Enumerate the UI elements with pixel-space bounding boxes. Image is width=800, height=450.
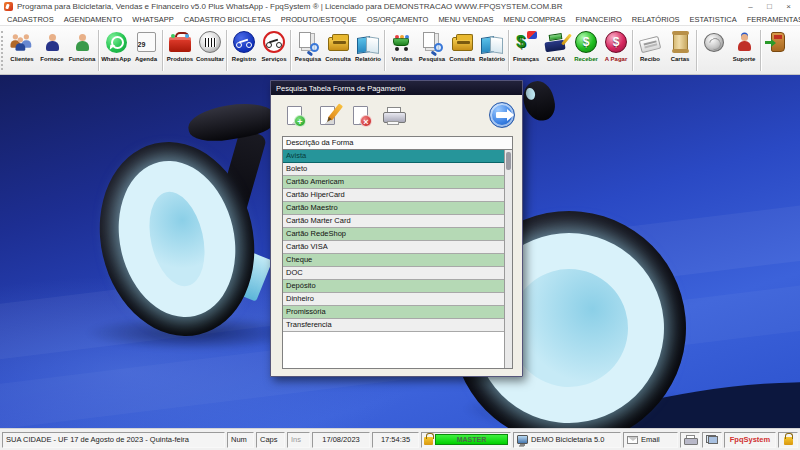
dialog-title: Pesquisa Tabela Forma de Pagamento xyxy=(276,84,406,93)
confirm-button[interactable] xyxy=(489,102,515,128)
drawer-icon xyxy=(452,37,473,51)
list-item[interactable]: Cartão VISA xyxy=(283,241,504,254)
list-item[interactable]: Boleto xyxy=(283,163,504,176)
support-icon xyxy=(736,33,752,52)
list-item[interactable]: Cartão Maestro xyxy=(283,202,504,215)
menu-estatistica[interactable]: ESTATISTICA xyxy=(685,15,742,24)
list-rows: Avista Boleto Cartão Americam Cartão Hip… xyxy=(283,150,504,368)
print-button[interactable] xyxy=(380,102,406,128)
list-item[interactable]: DOC xyxy=(283,267,504,280)
apagar-button[interactable]: $ A Pagar xyxy=(601,27,631,74)
toolbar-separator xyxy=(508,30,510,71)
menu-ferramentas[interactable]: FERRAMENTAS xyxy=(742,15,800,24)
relatorio-os-button[interactable]: Relatório xyxy=(353,27,383,74)
servicos-button[interactable]: Serviços xyxy=(259,27,289,74)
search-documents-icon xyxy=(297,31,319,53)
bike-registry-icon xyxy=(233,31,255,53)
status-security-button[interactable] xyxy=(778,432,798,448)
status-brand: FpqSystem xyxy=(724,432,776,448)
bike-service-icon xyxy=(263,31,285,53)
menu-whatsapp[interactable]: WHATSAPP xyxy=(127,15,179,24)
sair-button[interactable] xyxy=(763,27,793,74)
menu-os-orcamento[interactable]: OS/ORÇAMENTO xyxy=(362,15,434,24)
menu-cadastro-bicicletas[interactable]: CADASTRO BICICLETAS xyxy=(179,15,276,24)
moeda-button[interactable] xyxy=(699,27,729,74)
list-item[interactable]: Depósito xyxy=(283,280,504,293)
agenda-button[interactable]: 29 Agenda xyxy=(131,27,161,74)
dialog-title-bar[interactable]: Pesquisa Tabela Forma de Pagamento xyxy=(271,81,522,95)
fornecedor-button[interactable]: Fornece xyxy=(37,27,67,74)
consulta-os-button[interactable]: Consulta xyxy=(323,27,353,74)
minimize-button[interactable]: – xyxy=(741,1,760,13)
menu-cadastros[interactable]: CADASTROS xyxy=(2,15,59,24)
recibo-button[interactable]: Recibo xyxy=(635,27,665,74)
edit-record-button[interactable] xyxy=(314,102,340,128)
pesquisa-os-button[interactable]: Pesquisa xyxy=(293,27,323,74)
supplier-icon xyxy=(44,33,60,52)
consultar-button[interactable]: Consultar xyxy=(195,27,225,74)
finance-icon: $ xyxy=(515,31,537,53)
employee-icon xyxy=(74,33,90,52)
scrollbar-thumb[interactable] xyxy=(506,152,511,170)
payment-forms-list: Descrição da Forma Avista Boleto Cartão … xyxy=(282,136,513,369)
list-item[interactable]: Cartão Marter Card xyxy=(283,215,504,228)
window-title: Programa para Bicicletaria, Vendas e Fin… xyxy=(17,2,741,11)
plus-icon: + xyxy=(294,115,306,127)
delete-x-icon: × xyxy=(360,115,372,127)
clientes-button[interactable]: Clientes xyxy=(7,27,37,74)
arrow-right-icon xyxy=(496,112,508,118)
whatsapp-button[interactable]: WhatsApp xyxy=(101,27,131,74)
consulta-vendas-button[interactable]: Consulta xyxy=(447,27,477,74)
list-item[interactable]: Transferencia xyxy=(283,319,504,332)
letter-scroll-icon xyxy=(673,32,688,52)
menu-compras[interactable]: MENU COMPRAS xyxy=(498,15,570,24)
title-bar: Programa para Bicicletaria, Vendas e Fin… xyxy=(0,0,800,13)
produtos-button[interactable]: Produtos xyxy=(165,27,195,74)
list-item[interactable]: Cartão Americam xyxy=(283,176,504,189)
network-icon xyxy=(706,435,718,444)
menu-relatorios[interactable]: RELATÓRIOS xyxy=(627,15,685,24)
close-button[interactable]: × xyxy=(779,1,798,13)
list-item[interactable]: Cartão HiperCard xyxy=(283,189,504,202)
dialog-toolbar: + × xyxy=(281,101,515,129)
status-bar: SUA CIDADE - UF 17 de Agosto de 2023 - Q… xyxy=(0,428,800,450)
toolbar-separator xyxy=(696,30,698,71)
relatorio-vendas-button[interactable]: Relatório xyxy=(477,27,507,74)
status-date: 17/08/2023 xyxy=(312,432,370,448)
status-network-button[interactable] xyxy=(702,432,722,448)
menu-vendas[interactable]: MENU VENDAS xyxy=(433,15,498,24)
pesquisa-vendas-button[interactable]: Pesquisa xyxy=(417,27,447,74)
mail-icon xyxy=(627,436,638,444)
column-header: Descrição da Forma xyxy=(283,137,512,150)
report-book-icon xyxy=(481,35,503,52)
cartas-button[interactable]: Cartas xyxy=(665,27,695,74)
caixa-button[interactable]: CAIXA xyxy=(541,27,571,74)
status-email-button[interactable]: Email xyxy=(623,432,678,448)
add-record-button[interactable]: + xyxy=(281,102,307,128)
drawer-icon xyxy=(328,37,349,51)
vendas-button[interactable]: Vendas xyxy=(387,27,417,74)
master-badge: MASTER xyxy=(435,434,508,445)
printer-icon xyxy=(383,107,404,124)
delete-record-button[interactable]: × xyxy=(347,102,373,128)
suporte-button[interactable]: Suporte xyxy=(729,27,759,74)
funcionario-button[interactable]: Funciona xyxy=(67,27,97,74)
maximize-button[interactable]: □ xyxy=(760,1,779,13)
menu-produto-estoque[interactable]: PRODUTO/ESTOQUE xyxy=(276,15,362,24)
list-item-selected[interactable]: Avista xyxy=(283,150,504,163)
list-item[interactable]: Cheque xyxy=(283,254,504,267)
status-insert: Ins xyxy=(287,432,310,448)
status-print-button[interactable] xyxy=(680,432,700,448)
receber-button[interactable]: $ Receber xyxy=(571,27,601,74)
status-license: DEMO Bicicletaria 5.0 xyxy=(513,432,621,448)
registro-button[interactable]: Registro xyxy=(229,27,259,74)
printer-icon xyxy=(684,435,696,444)
list-scrollbar[interactable] xyxy=(504,150,512,368)
list-item[interactable]: Dinheiro xyxy=(283,293,504,306)
list-item[interactable]: Promissória xyxy=(283,306,504,319)
financas-button[interactable]: $ Finanças xyxy=(511,27,541,74)
status-caps-lock: Caps xyxy=(256,432,285,448)
list-item[interactable]: Cartão RedeShop xyxy=(283,228,504,241)
menu-financeiro[interactable]: FINANCEIRO xyxy=(570,15,626,24)
menu-agendamento[interactable]: AGENDAMENTO xyxy=(59,15,128,24)
